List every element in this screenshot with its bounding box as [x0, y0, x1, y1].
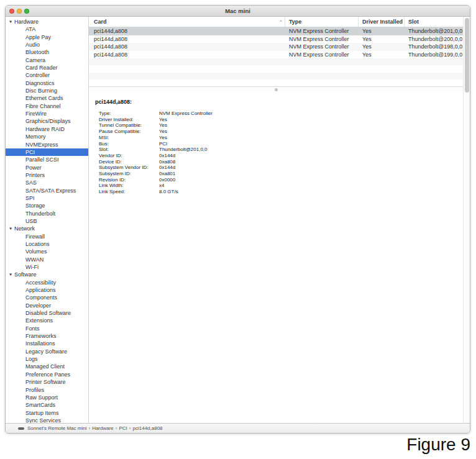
- breadcrumb: Sonnet’s Remote Mac mini›Hardware›PCI›pc…: [27, 425, 163, 431]
- sidebar-item-smartcards[interactable]: SmartCards: [6, 401, 88, 409]
- detail-field: Type:NVM Express Controller: [95, 111, 463, 117]
- table-cell: pci144d,a808: [89, 51, 285, 59]
- title-bar[interactable]: Mac mini: [6, 6, 470, 17]
- sidebar-item-fonts[interactable]: Fonts: [6, 325, 88, 332]
- sidebar-item-wwan[interactable]: WWAN: [6, 256, 88, 263]
- column-header-card[interactable]: Card ^: [89, 17, 285, 27]
- breadcrumb-segment: pci144d,a808: [133, 425, 163, 431]
- sidebar-item-storage[interactable]: Storage: [6, 202, 88, 209]
- sidebar-item-printers[interactable]: Printers: [6, 171, 88, 179]
- sidebar-item-legacy-software[interactable]: Legacy Software: [6, 348, 88, 355]
- sidebar-item-sata-sata-express[interactable]: SATA/SATA Express: [6, 187, 88, 194]
- sidebar-group-network[interactable]: ▼Network: [6, 225, 88, 232]
- sidebar-item-locations[interactable]: Locations: [6, 240, 88, 248]
- empty-row-stripe: [89, 58, 463, 65]
- sidebar-item-nvmexpress[interactable]: NVMExpress: [6, 141, 88, 148]
- sidebar-item-pci[interactable]: PCI: [6, 148, 88, 156]
- sidebar-item-startup-items[interactable]: Startup Items: [6, 409, 88, 417]
- table-cell: Yes: [359, 51, 405, 59]
- detail-field-label: Device ID:: [99, 159, 159, 165]
- sidebar-item-volumes[interactable]: Volumes: [6, 248, 88, 255]
- sidebar-item-components[interactable]: Components: [6, 294, 88, 301]
- sidebar-item-firewire[interactable]: FireWire: [6, 110, 88, 117]
- sidebar-item-controller[interactable]: Controller: [6, 71, 88, 79]
- sidebar-item-apple-pay[interactable]: Apple Pay: [6, 34, 88, 41]
- detail-field-label: Slot:: [99, 147, 159, 153]
- sidebar-item-sas[interactable]: SAS: [6, 179, 88, 186]
- sidebar-group-hardware[interactable]: ▼Hardware: [6, 18, 88, 25]
- sidebar-item-printer-software[interactable]: Printer Software: [6, 378, 88, 386]
- detail-field-value: PCI: [159, 141, 167, 147]
- table-cell: Yes: [359, 43, 405, 51]
- detail-field-label: Subsystem ID:: [99, 171, 159, 177]
- table-cell: pci144d,a808: [89, 27, 285, 35]
- detail-field-value: 0xa801: [159, 171, 175, 177]
- sidebar-item-accessibility[interactable]: Accessibility: [6, 279, 88, 286]
- column-header-driver-installed[interactable]: Driver Installed: [359, 17, 405, 27]
- sidebar-item-ethernet-cards[interactable]: Ethernet Cards: [6, 94, 88, 102]
- sidebar-item-logs[interactable]: Logs: [6, 355, 88, 363]
- table-cell: pci144d,a808: [89, 43, 285, 51]
- sidebar-item-power[interactable]: Power: [6, 164, 88, 171]
- table-row[interactable]: pci144d,a808NVM Express ControllerYesThu…: [89, 27, 463, 35]
- sidebar-item-bluetooth[interactable]: Bluetooth: [6, 48, 88, 56]
- sidebar-item-profiles[interactable]: Profiles: [6, 386, 88, 394]
- sidebar-item-developer[interactable]: Developer: [6, 302, 88, 309]
- sidebar-item-sync-services[interactable]: Sync Services: [6, 417, 88, 423]
- table-cell: Thunderbolt@201,0,0: [405, 27, 463, 35]
- mac-mini-icon: [18, 427, 24, 430]
- sidebar-item-diagnostics[interactable]: Diagnostics: [6, 80, 88, 87]
- detail-field-value: Yes: [159, 117, 167, 123]
- sidebar-item-parallel-scsi[interactable]: Parallel SCSI: [6, 156, 88, 163]
- sidebar-item-graphics-displays[interactable]: Graphics/Displays: [6, 117, 88, 125]
- detail-field-value: Yes: [159, 122, 167, 129]
- sidebar-item-camera[interactable]: Camera: [6, 57, 88, 64]
- sidebar-item-ata[interactable]: ATA: [6, 25, 88, 33]
- sidebar-item-disc-burning[interactable]: Disc Burning: [6, 87, 88, 94]
- detail-field: Subsystem Vendor ID:0x144d: [95, 165, 463, 171]
- sidebar-item-extensions[interactable]: Extensions: [6, 317, 88, 324]
- breadcrumb-separator: ›: [116, 425, 117, 431]
- column-header-type[interactable]: Type: [285, 17, 359, 27]
- sidebar-item-applications[interactable]: Applications: [6, 286, 88, 294]
- table-cell: Thunderbolt@200,0,0: [405, 35, 463, 43]
- sidebar-item-hardware-raid[interactable]: Hardware RAID: [6, 125, 88, 133]
- disclosure-triangle-icon[interactable]: ▼: [8, 18, 12, 25]
- table-row[interactable]: pci144d,a808NVM Express ControllerYesThu…: [89, 35, 463, 43]
- sidebar-item-frameworks[interactable]: Frameworks: [6, 332, 88, 340]
- table-row[interactable]: pci144d,a808NVM Express ControllerYesThu…: [89, 51, 463, 59]
- disclosure-triangle-icon[interactable]: ▼: [8, 225, 12, 232]
- column-header-slot[interactable]: Slot: [405, 17, 463, 27]
- table-body: pci144d,a808NVM Express ControllerYesThu…: [89, 27, 463, 86]
- sidebar-group-software[interactable]: ▼Software: [6, 271, 88, 278]
- vertical-scrollbar[interactable]: [463, 17, 470, 423]
- sidebar-group-label: Network: [14, 225, 35, 232]
- sidebar-item-card-reader[interactable]: Card Reader: [6, 64, 88, 71]
- table-row[interactable]: pci144d,a808NVM Express ControllerYesThu…: [89, 43, 463, 51]
- sidebar-item-usb[interactable]: USB: [6, 217, 88, 225]
- sidebar-item-wi-fi[interactable]: Wi-Fi: [6, 263, 88, 271]
- scrollbar-thumb[interactable]: [465, 18, 469, 93]
- breadcrumb-separator: ›: [88, 425, 90, 431]
- sidebar-item-thunderbolt[interactable]: Thunderbolt: [6, 210, 88, 217]
- sidebar-item-installations[interactable]: Installations: [6, 340, 88, 347]
- column-header-card-label: Card: [94, 17, 107, 27]
- sidebar-item-fibre-channel[interactable]: Fibre Channel: [6, 102, 88, 110]
- sidebar-list: ▼HardwareATAApple PayAudioBluetoothCamer…: [6, 18, 88, 423]
- sidebar-item-memory[interactable]: Memory: [6, 133, 88, 140]
- empty-row-stripe: [89, 65, 463, 72]
- sidebar-item-managed-client[interactable]: Managed Client: [6, 363, 88, 370]
- splitter-handle-icon[interactable]: [275, 88, 278, 91]
- breadcrumb-separator: ›: [129, 425, 131, 431]
- table-header: Card ^ Type Driver Installed Slot: [89, 17, 463, 27]
- sidebar-item-firewall[interactable]: Firewall: [6, 233, 88, 240]
- sidebar-item-disabled-software[interactable]: Disabled Software: [6, 309, 88, 317]
- detail-field-value: Yes: [159, 129, 167, 135]
- sidebar-item-audio[interactable]: Audio: [6, 41, 88, 48]
- disclosure-triangle-icon[interactable]: ▼: [8, 271, 12, 278]
- sidebar-item-preference-panes[interactable]: Preference Panes: [6, 371, 88, 378]
- detail-field-value: Thunderbolt@201,0,0: [159, 147, 208, 153]
- pane-splitter[interactable]: [89, 86, 463, 92]
- sidebar-item-raw-support[interactable]: Raw Support: [6, 394, 88, 401]
- sidebar-item-spi[interactable]: SPI: [6, 194, 88, 202]
